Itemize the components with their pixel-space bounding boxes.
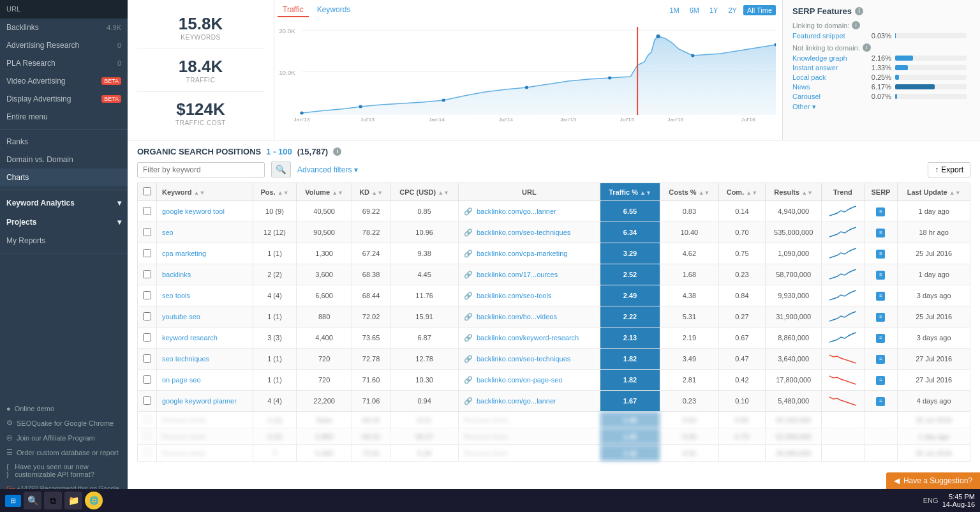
serp-featured-snippet-label[interactable]: Featured snippet	[792, 32, 863, 40]
col-url-header[interactable]: URL	[458, 183, 600, 201]
row-checkbox-5[interactable]	[138, 306, 157, 328]
row-check-8[interactable]	[143, 375, 151, 384]
serp-icon-3[interactable]: ≡	[876, 271, 885, 280]
row-serp-2[interactable]: ≡	[864, 243, 898, 264]
row-serp-9[interactable]: ≡	[864, 391, 898, 412]
keyword-link-4[interactable]: seo tools	[162, 292, 190, 299]
row-check-7[interactable]	[143, 354, 151, 363]
serp-local-label[interactable]: Local pack	[792, 73, 863, 81]
col-volume-header[interactable]: Volume ▲▼	[297, 183, 352, 201]
tab-traffic[interactable]: Traffic	[278, 3, 309, 17]
serp-instant-label[interactable]: Instant answer	[792, 64, 863, 72]
suggestion-widget[interactable]: ◀ Have a Suggestion?	[886, 472, 980, 489]
url-link-0[interactable]: backlinko.com/go...lanner	[477, 207, 556, 215]
sidebar-item-backlinks[interactable]: Backlinks 4.9K	[0, 19, 128, 36]
row-serp-7[interactable]: ≡	[864, 349, 898, 370]
row-check-1[interactable]	[143, 228, 151, 236]
keyword-link-8[interactable]: on page seo	[162, 376, 201, 384]
url-link-1[interactable]: backlinko.com/seo-techniques	[477, 229, 570, 236]
serp-carousel-label[interactable]: Carousel	[792, 93, 863, 100]
serp-icon-2[interactable]: ≡	[876, 250, 885, 259]
serp-icon-1[interactable]: ≡	[876, 229, 885, 237]
row-serp-3[interactable]: ≡	[864, 264, 898, 285]
row-serp-8[interactable]: ≡	[864, 370, 898, 391]
row-checkbox-8[interactable]	[138, 370, 157, 391]
sidebar-online-demo[interactable]: ● Online demo	[6, 402, 121, 416]
export-button[interactable]: ↑ Export	[928, 162, 970, 177]
time-1m[interactable]: 1M	[665, 5, 683, 15]
col-cpc-header[interactable]: CPC (USD) ▲▼	[390, 183, 459, 201]
serp-icon-5[interactable]: ≡	[876, 313, 885, 322]
serp-icon-8[interactable]: ≡	[876, 376, 885, 385]
serp-not-linking-info-icon[interactable]: i	[863, 43, 871, 52]
taskbar-task-view[interactable]: ⧉	[44, 492, 62, 509]
sidebar-item-video-advertising[interactable]: Video Advertising BETA	[0, 72, 128, 90]
sidebar-item-my-reports[interactable]: My Reports	[0, 232, 128, 250]
url-link-5[interactable]: backlinko.com/ho...videos	[477, 313, 557, 320]
row-check-6[interactable]	[143, 333, 151, 342]
sidebar-affiliate[interactable]: ◎ Join our Affiliate Program	[6, 430, 121, 445]
serp-icon-9[interactable]: ≡	[876, 397, 885, 406]
serp-icon-0[interactable]: ≡	[876, 207, 885, 216]
url-link-3[interactable]: backlinko.com/17...ources	[477, 271, 558, 278]
keyword-link-9[interactable]: google keyword planner	[162, 397, 237, 405]
row-checkbox-3[interactable]	[138, 264, 157, 285]
url-link-7[interactable]: backlinko.com/seo-techniques	[477, 355, 570, 363]
keyword-link-2[interactable]: cpa marketing	[162, 250, 206, 257]
row-checkbox-7[interactable]	[138, 349, 157, 370]
sidebar-item-entire-menu[interactable]: Entire menu	[0, 108, 128, 126]
col-results-header[interactable]: Results ▲▼	[766, 183, 822, 201]
col-traffic-header[interactable]: Traffic % ▲▼	[600, 183, 660, 201]
serp-linking-info-icon[interactable]: i	[852, 21, 860, 29]
sidebar-projects-header[interactable]: Projects ▾	[0, 213, 128, 232]
serp-knowledge-label[interactable]: Knowledge graph	[792, 54, 863, 62]
sidebar-api[interactable]: { } Have you seen our new customizable A…	[6, 460, 121, 481]
time-1y[interactable]: 1Y	[706, 5, 722, 15]
serp-info-icon[interactable]: i	[855, 7, 863, 15]
sidebar-seoquake[interactable]: ⚙ SEOQuake for Google Chrome	[6, 416, 121, 430]
row-serp-6[interactable]: ≡	[864, 328, 898, 349]
serp-news-label[interactable]: News	[792, 83, 863, 91]
sidebar-item-pla-research[interactable]: PLA Research 0	[0, 54, 128, 72]
col-pos-header[interactable]: Pos. ▲▼	[253, 183, 297, 201]
row-checkbox-6[interactable]	[138, 328, 157, 349]
col-kd-header[interactable]: KD ▲▼	[352, 183, 390, 201]
taskbar-search[interactable]: 🔍	[24, 492, 41, 509]
col-checkbox-header[interactable]	[138, 183, 157, 201]
col-trend-header[interactable]: Trend	[822, 183, 864, 201]
section-info-icon[interactable]: i	[333, 147, 341, 156]
url-link-6[interactable]: backlinko.com/keyword-research	[477, 334, 579, 342]
taskbar-file-explorer[interactable]: 📁	[64, 492, 82, 509]
row-serp-1[interactable]: ≡	[864, 222, 898, 243]
serp-other-link[interactable]: Other ▾	[792, 103, 970, 111]
url-link-9[interactable]: backlinko.com/go...lanner	[477, 397, 556, 405]
url-link-8[interactable]: backlinko.com/on-page-seo	[477, 376, 563, 384]
row-check-3[interactable]	[143, 270, 151, 278]
sidebar-item-display-advertising[interactable]: Display Advertising BETA	[0, 90, 128, 108]
keyword-link-7[interactable]: seo techniques	[162, 355, 209, 363]
row-checkbox-1[interactable]	[138, 222, 157, 243]
sidebar-custom-db[interactable]: ☰ Order custom database or report	[6, 445, 121, 460]
keyword-link-5[interactable]: youtube seo	[162, 313, 200, 320]
time-2y[interactable]: 2Y	[724, 5, 740, 15]
row-check-9[interactable]	[143, 396, 151, 405]
col-keyword-header[interactable]: Keyword ▲▼	[157, 183, 253, 201]
row-checkbox-0[interactable]	[138, 201, 157, 222]
col-serp-header[interactable]: SERP	[864, 183, 898, 201]
keyword-filter-input[interactable]	[137, 162, 265, 177]
url-link-2[interactable]: backlinko.com/cpa-marketing	[477, 250, 567, 257]
start-button[interactable]: ⊞	[5, 495, 21, 507]
row-serp-5[interactable]: ≡	[864, 306, 898, 328]
serp-icon-4[interactable]: ≡	[876, 292, 885, 301]
keyword-link-1[interactable]: seo	[162, 229, 174, 236]
row-check-5[interactable]	[143, 312, 151, 320]
taskbar-chrome[interactable]: 🌐	[85, 492, 103, 509]
keyword-link-6[interactable]: keyword research	[162, 334, 218, 342]
col-com-header[interactable]: Com. ▲▼	[718, 183, 766, 201]
select-all-checkbox[interactable]	[143, 187, 151, 195]
time-6m[interactable]: 6M	[686, 5, 703, 15]
advanced-filters-link[interactable]: Advanced filters ▾	[297, 165, 358, 174]
sidebar-item-domain-vs-domain[interactable]: Domain vs. Domain	[0, 151, 128, 169]
tab-keywords[interactable]: Keywords	[312, 3, 356, 17]
row-serp-0[interactable]: ≡	[864, 201, 898, 222]
